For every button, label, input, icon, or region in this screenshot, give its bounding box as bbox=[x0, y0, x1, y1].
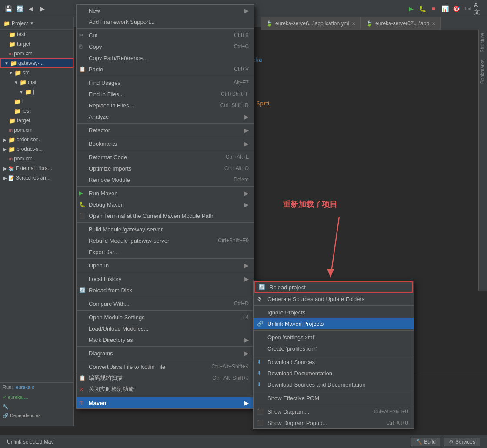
project-header[interactable]: 📁 Project ▼ bbox=[0, 17, 73, 30]
tree-item-product[interactable]: ▶ 📁 product-s... bbox=[0, 144, 73, 154]
tree-item-pom1[interactable]: m pom.xm bbox=[0, 49, 73, 58]
toolbar-icon-forward[interactable]: ▶ bbox=[37, 4, 47, 13]
menu-item-reload-disk[interactable]: 🔄 Reload from Disk bbox=[77, 284, 254, 296]
structure-tab[interactable]: Structure bbox=[479, 30, 486, 56]
menu-item-open-in[interactable]: Open In ▶ bbox=[77, 260, 254, 271]
tree-item-extlib[interactable]: ▶ 📚 External Libra... bbox=[0, 164, 73, 173]
toolbar-icon-stop[interactable]: ■ bbox=[429, 4, 438, 13]
menu-item-copy[interactable]: ⎘ Copy Ctrl+C bbox=[77, 41, 254, 52]
folder-icon-product: 📁 bbox=[8, 146, 15, 153]
menu-item-rebuild[interactable]: Rebuild Module 'gateway-server' Ctrl+Shi… bbox=[77, 235, 254, 246]
menu-item-cut[interactable]: ✂ Cut Ctrl+X bbox=[77, 30, 254, 41]
submenu-item-dl-sources-docs[interactable]: ⬇ Download Sources and Documentation bbox=[254, 379, 414, 390]
menu-item-remove-module[interactable]: Remove Module Delete bbox=[77, 174, 254, 185]
menu-item-maven[interactable]: m Maven ▶ bbox=[77, 397, 254, 408]
services-icon: ⚙ bbox=[449, 439, 454, 445]
menu-item-run-maven[interactable]: ▶ Run Maven ▶ bbox=[77, 187, 254, 199]
tree-item-order[interactable]: ▶ 📁 order-ser... bbox=[0, 135, 73, 144]
menu-item-framework[interactable]: Add Framework Support... bbox=[77, 16, 254, 27]
menu-item-debug-maven[interactable]: 🐛 Debug Maven ▶ bbox=[77, 199, 254, 210]
tree-item-pom2[interactable]: m pom.xm bbox=[0, 125, 73, 135]
reload-disk-icon: 🔄 bbox=[79, 287, 86, 293]
submenu-item-reload[interactable]: 🔄 Reload project bbox=[254, 281, 413, 293]
toolbar-icon-play[interactable]: ▶ bbox=[406, 4, 416, 13]
menu-item-new[interactable]: New ▶ bbox=[77, 5, 254, 16]
shortcut-show-diagram-popup: Ctrl+Alt+U bbox=[386, 420, 408, 425]
menu-item-scan-code[interactable]: 📋 编码规约扫描 Ctrl+Alt+Shift+J bbox=[77, 372, 254, 384]
tree-item-j[interactable]: ▼ 📁 j bbox=[0, 87, 73, 97]
toolbar-icon-save[interactable]: 💾 bbox=[3, 4, 13, 13]
tree-item-src[interactable]: ▼ 📁 src bbox=[0, 68, 73, 77]
menu-item-module-settings[interactable]: Open Module Settings F4 bbox=[77, 311, 254, 323]
menu-item-export-jar[interactable]: Export Jar... bbox=[77, 246, 254, 257]
tree-item-target2[interactable]: 📁 target bbox=[0, 116, 73, 125]
menu-item-bookmarks[interactable]: Bookmarks ▶ bbox=[77, 138, 254, 149]
bookmarks-tab[interactable]: Bookmarks bbox=[479, 56, 486, 87]
tree-item-pom3[interactable]: m pom.xml bbox=[0, 154, 73, 164]
editor-tab-1[interactable]: 🍃 eureka-server\...\application.yml ✕ bbox=[261, 17, 361, 30]
menu-item-close-detect[interactable]: ⊘ 关闭实时检测功能 bbox=[77, 384, 254, 395]
toolbar-icon-translate[interactable]: A文 bbox=[474, 4, 484, 13]
tree-item-mai[interactable]: ▼ 📁 mai bbox=[0, 77, 73, 87]
tree-item-target1[interactable]: 📁 target bbox=[0, 39, 73, 49]
menu-item-build[interactable]: Build Module 'gateway-server' bbox=[77, 224, 254, 235]
menu-item-find-files[interactable]: Find in Files... Ctrl+Shift+F bbox=[77, 88, 254, 100]
submenu-item-dl-docs[interactable]: ⬇ Download Documentation bbox=[254, 368, 414, 379]
tree-item-r[interactable]: 📁 r bbox=[0, 97, 73, 106]
submenu-item-show-diagram[interactable]: ⬛ Show Diagram... Ctrl+Alt+Shift+U bbox=[254, 406, 414, 417]
menu-item-mark-dir[interactable]: Mark Directory as ▶ bbox=[77, 334, 254, 345]
submenu-item-show-diagram-popup[interactable]: ⬛ Show Diagram Popup... Ctrl+Alt+U bbox=[254, 417, 414, 428]
shortcut-compare: Ctrl+D bbox=[234, 301, 249, 307]
menu-item-find-usages[interactable]: Find Usages Alt+F7 bbox=[77, 77, 254, 88]
toolbar-icon-sync[interactable]: 🔄 bbox=[15, 4, 24, 13]
submenu-item-profiles-xml[interactable]: Create 'profiles.xml' bbox=[254, 343, 414, 354]
build-button[interactable]: 🔨 Build bbox=[411, 438, 440, 446]
menu-item-load-unload[interactable]: Load/Unload Modules... bbox=[77, 323, 254, 334]
menu-item-reformat[interactable]: Reformat Code Ctrl+Alt+L bbox=[77, 151, 254, 163]
toolbar-icon-tail[interactable]: Tail bbox=[463, 4, 472, 13]
menu-item-paste[interactable]: 📋 Paste Ctrl+V bbox=[77, 64, 254, 75]
tree-item-test2[interactable]: 📁 test bbox=[0, 106, 73, 116]
toolbar-icon-back[interactable]: ◀ bbox=[26, 4, 36, 13]
toolbar-icon-coverage[interactable]: 🎯 bbox=[451, 4, 461, 13]
submenu-item-unlink[interactable]: 🔗 Unlink Maven Projects bbox=[254, 318, 414, 329]
tab-close-2[interactable]: ✕ bbox=[432, 21, 435, 26]
tree-item-test1[interactable]: 📁 test bbox=[0, 30, 73, 39]
toolbar-icon-profile[interactable]: 📊 bbox=[440, 4, 450, 13]
submenu-label-dl-sources: Download Sources bbox=[267, 359, 315, 365]
submenu-item-generate[interactable]: ⚙ Generate Sources and Update Folders bbox=[254, 293, 414, 304]
menu-item-compare[interactable]: Compare With... Ctrl+D bbox=[77, 298, 254, 309]
submenu-label-settings-xml: Open 'settings.xml' bbox=[267, 334, 315, 341]
folder-icon-target1: 📁 bbox=[9, 41, 16, 47]
toolbar-icon-debug[interactable]: 🐛 bbox=[417, 4, 427, 13]
tree-item-scratches[interactable]: ▶ 📝 Scratches an... bbox=[0, 173, 73, 183]
bottom-action-buttons: 🔨 Build ⚙ Services bbox=[411, 438, 480, 446]
deps-icon: 🔗 bbox=[3, 413, 9, 418]
menu-item-replace[interactable]: Replace in Files... Ctrl+Shift+R bbox=[77, 100, 254, 111]
separator-1 bbox=[77, 28, 254, 29]
editor-tab-2[interactable]: 🍃 eureka-server02\...\app ✕ bbox=[361, 17, 441, 30]
menu-item-refactor[interactable]: Refactor ▶ bbox=[77, 124, 254, 136]
menu-label-reformat: Reformat Code bbox=[89, 154, 127, 160]
tree-item-gateway[interactable]: ▼ 📁 gateway-... bbox=[0, 58, 73, 68]
menu-item-local-history[interactable]: Local History ▶ bbox=[77, 273, 254, 284]
separator-3 bbox=[77, 123, 254, 124]
build-label: Build bbox=[424, 439, 436, 445]
services-button[interactable]: ⚙ Services bbox=[444, 438, 480, 446]
submenu-sep-5 bbox=[254, 405, 414, 405]
menu-item-diagrams[interactable]: Diagrams ▶ bbox=[77, 348, 254, 359]
menu-item-open-terminal[interactable]: ⬛ Open Terminal at the Current Maven Mod… bbox=[77, 210, 254, 221]
menu-item-analyze[interactable]: Analyze ▶ bbox=[77, 111, 254, 122]
menu-item-optimize[interactable]: Optimize Imports Ctrl+Alt+O bbox=[77, 163, 254, 174]
submenu-item-dl-sources[interactable]: ⬇ Download Sources bbox=[254, 356, 414, 368]
submenu-item-settings-xml[interactable]: Open 'settings.xml' bbox=[254, 331, 414, 343]
menu-item-convert-kotlin[interactable]: Convert Java File to Kotlin File Ctrl+Al… bbox=[77, 361, 254, 372]
tab-close-1[interactable]: ✕ bbox=[352, 21, 355, 26]
tools-icon-area: 🔧 bbox=[0, 403, 73, 411]
submenu-item-effective-pom[interactable]: Show Effective POM bbox=[254, 392, 414, 404]
project-dropdown-icon[interactable]: ▼ bbox=[30, 21, 34, 26]
menu-item-copy-path[interactable]: Copy Path/Reference... bbox=[77, 52, 254, 64]
submenu-item-ignore[interactable]: Ignore Projects bbox=[254, 307, 414, 318]
submenu-label-effective-pom: Show Effective POM bbox=[267, 395, 319, 401]
scratches-icon: 📝 bbox=[8, 175, 14, 181]
